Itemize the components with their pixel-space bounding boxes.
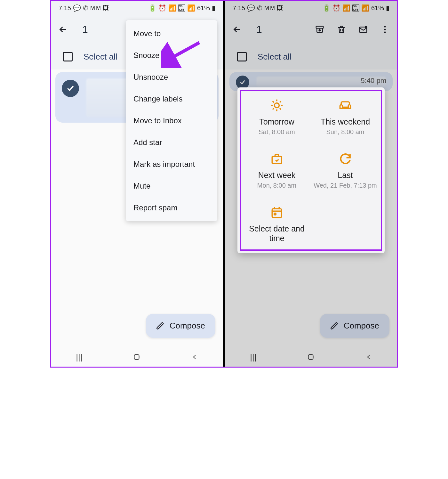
- signal-icon: 📶: [187, 4, 195, 12]
- volte-badge: VoLTE: [178, 4, 185, 12]
- snooze-nextweek-sub: Mon, 8:00 am: [257, 182, 296, 189]
- battery-percent: 61%: [371, 4, 384, 12]
- menu-mark-important[interactable]: Mark as important: [126, 153, 217, 175]
- menu-change-labels[interactable]: Change labels: [126, 88, 217, 110]
- snooze-tomorrow-title: Tomorrow: [259, 117, 294, 126]
- gmail-icon: M M: [90, 5, 100, 12]
- compose-label: Compose: [344, 321, 379, 331]
- menu-move-to[interactable]: Move to: [126, 23, 217, 45]
- battery-percent: 61%: [197, 4, 210, 12]
- snooze-weekend[interactable]: This weekend Sun, 8:00 am: [311, 97, 380, 137]
- status-bar: 7:15 💬 ✆ M M 🖼 🔋 ⏰ 📶 VoLTE 📶 61% ▮: [51, 1, 223, 15]
- svg-point-4: [365, 26, 367, 28]
- phone-right: 7:15 💬 ✆ M M 🖼 🔋 ⏰ 📶 VoLTE 📶 61% ▮: [225, 1, 397, 367]
- svg-rect-0: [134, 354, 139, 359]
- battery-saver-icon: 🔋: [148, 4, 156, 12]
- alarm-icon: ⏰: [332, 4, 340, 12]
- status-bar: 7:15 💬 ✆ M M 🖼 🔋 ⏰ 📶 VoLTE 📶 61% ▮: [225, 1, 397, 15]
- menu-move-to-inbox[interactable]: Move to Inbox: [126, 110, 217, 132]
- briefcase-icon: [270, 152, 284, 166]
- redo-icon: [338, 152, 352, 166]
- snooze-next-week[interactable]: Next week Mon, 8:00 am: [243, 150, 311, 191]
- signal-icon: 📶: [361, 4, 369, 12]
- svg-point-5: [384, 26, 386, 28]
- couch-icon: [338, 98, 352, 112]
- menu-report-spam[interactable]: Report spam: [126, 197, 217, 219]
- battery-icon: ▮: [386, 4, 389, 12]
- selection-count: 1: [256, 24, 262, 36]
- snooze-dialog: Tomorrow Sat, 8:00 am This weekend Sun, …: [237, 87, 385, 253]
- gmail-icon: M M: [264, 5, 275, 12]
- system-nav-bar: |||: [225, 347, 397, 367]
- snooze-last-title: Last: [338, 170, 353, 180]
- pencil-icon: [156, 322, 164, 330]
- system-nav-bar: |||: [51, 347, 223, 367]
- svg-point-12: [274, 213, 276, 215]
- snooze-last-sub: Wed, 21 Feb, 7:13 pm: [314, 182, 377, 189]
- snooze-custom[interactable]: Select date and time: [243, 204, 311, 246]
- selection-count: 1: [82, 24, 88, 36]
- email-time: 5:40 pm: [361, 77, 387, 85]
- whatsapp-icon: ✆: [257, 4, 262, 12]
- select-all-checkbox[interactable]: [63, 52, 73, 61]
- battery-icon: ▮: [212, 4, 215, 12]
- svg-rect-11: [272, 209, 281, 218]
- snooze-custom-title: Select date and time: [245, 224, 308, 243]
- overflow-menu: Move to Snooze Unsnooze Change labels Mo…: [126, 20, 217, 221]
- status-time: 7:15: [59, 4, 71, 12]
- menu-unsnooze[interactable]: Unsnooze: [126, 66, 217, 88]
- pencil-icon: [330, 322, 339, 330]
- compose-button[interactable]: Compose: [146, 314, 215, 338]
- alarm-icon: ⏰: [158, 4, 166, 12]
- snooze-last[interactable]: Last Wed, 21 Feb, 7:13 pm: [311, 150, 380, 191]
- svg-rect-10: [272, 157, 281, 164]
- back-nav-button[interactable]: [191, 353, 198, 361]
- battery-saver-icon: 🔋: [323, 4, 331, 12]
- delete-button[interactable]: [335, 23, 348, 36]
- snooze-nextweek-title: Next week: [258, 170, 296, 180]
- back-button[interactable]: [57, 23, 69, 36]
- calendar-icon: [270, 205, 284, 219]
- phone-left: 7:15 💬 ✆ M M 🖼 🔋 ⏰ 📶 VoLTE 📶 61% ▮: [51, 1, 223, 367]
- compose-button[interactable]: Compose: [320, 314, 389, 338]
- status-time: 7:15: [233, 4, 245, 12]
- gallery-icon: 🖼: [276, 4, 283, 12]
- svg-point-7: [384, 31, 386, 33]
- svg-rect-8: [308, 354, 313, 359]
- selected-check-icon[interactable]: [236, 76, 249, 89]
- chat-icon: 💬: [73, 4, 81, 12]
- selected-check-icon[interactable]: [62, 80, 79, 97]
- snooze-weekend-sub: Sun, 8:00 am: [326, 128, 364, 136]
- home-button[interactable]: [132, 353, 141, 361]
- back-nav-button[interactable]: [365, 353, 372, 361]
- mark-unread-button[interactable]: [357, 23, 370, 36]
- archive-button[interactable]: [313, 23, 326, 36]
- svg-point-6: [384, 29, 386, 30]
- select-all-checkbox[interactable]: [237, 52, 247, 61]
- menu-mute[interactable]: Mute: [126, 175, 217, 197]
- recents-button[interactable]: |||: [76, 352, 82, 362]
- whatsapp-icon: ✆: [83, 4, 88, 12]
- recents-button[interactable]: |||: [250, 352, 256, 362]
- back-button[interactable]: [231, 23, 244, 36]
- gallery-icon: 🖼: [102, 4, 109, 12]
- compose-label: Compose: [170, 321, 205, 331]
- wifi-icon: 📶: [342, 4, 350, 12]
- volte-badge: VoLTE: [352, 4, 359, 12]
- wifi-icon: 📶: [168, 4, 176, 12]
- home-button[interactable]: [307, 353, 315, 361]
- svg-rect-2: [316, 26, 324, 28]
- snooze-weekend-title: This weekend: [321, 117, 370, 126]
- overflow-button[interactable]: [379, 23, 391, 36]
- svg-point-9: [275, 103, 279, 108]
- select-all-row[interactable]: Select all: [225, 44, 397, 69]
- select-all-label: Select all: [258, 52, 292, 62]
- chat-icon: 💬: [247, 4, 255, 12]
- app-bar: 1: [225, 15, 397, 44]
- snooze-tomorrow[interactable]: Tomorrow Sat, 8:00 am: [243, 97, 311, 137]
- snooze-tomorrow-sub: Sat, 8:00 am: [259, 128, 295, 136]
- menu-snooze[interactable]: Snooze: [126, 45, 217, 66]
- select-all-label: Select all: [84, 52, 117, 62]
- menu-add-star[interactable]: Add star: [126, 132, 217, 153]
- sun-icon: [270, 98, 284, 112]
